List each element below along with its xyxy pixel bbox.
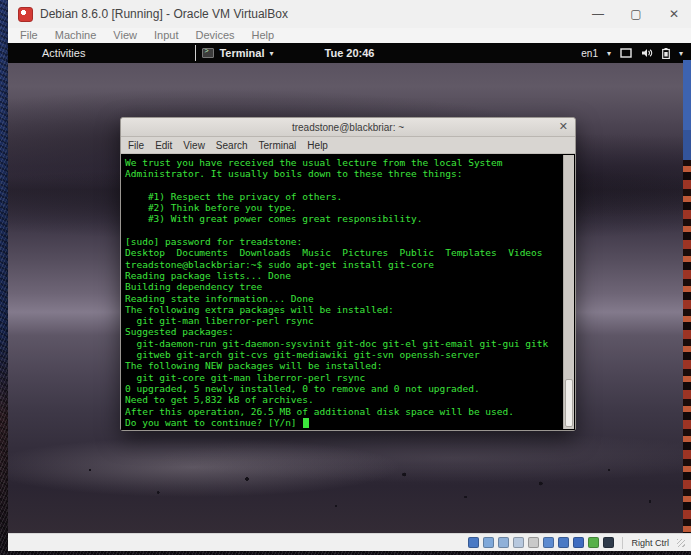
terminal-line-19: git git-core git-man liberror-perl rsync xyxy=(125,372,560,383)
terminal-line-16: git-daemon-run git-daemon-sysvinit git-d… xyxy=(125,338,560,349)
terminal-output: We trust you have received the usual lec… xyxy=(125,157,560,428)
resize-grip[interactable] xyxy=(677,539,685,547)
terminal-line-15: Suggested packages: xyxy=(125,326,560,337)
close-button[interactable]: ✕ xyxy=(667,7,681,21)
vbox-menu-0[interactable]: File xyxy=(20,28,38,43)
terminal-line-23: Do you want to continue? [Y/n] xyxy=(125,417,560,428)
terminal-line-22: After this operation, 26.5 MB of additio… xyxy=(125,406,560,417)
vbox-status-icons[interactable] xyxy=(468,537,614,548)
terminal-title: treadstone@blackbriar: ~ xyxy=(292,122,404,133)
vbox-statusbar: Right Ctrl xyxy=(8,533,691,551)
terminal-scrollbar[interactable] xyxy=(563,155,574,429)
display-icon[interactable] xyxy=(558,537,569,548)
terminal-line-3: #1) Respect the privacy of others. xyxy=(125,191,560,202)
virtualbox-logo-icon xyxy=(18,7,33,22)
system-status-area[interactable]: en1 ▾ ▾ xyxy=(581,43,683,63)
terminal-line-14: git git-man liberror-perl rsync xyxy=(125,315,560,326)
terminal-line-9: treadstone@blackbriar:~$ sudo apt-get in… xyxy=(125,259,560,270)
statusbar-divider xyxy=(622,537,623,549)
virtualbox-window: Debian 8.6.0 [Running] - Oracle VM Virtu… xyxy=(8,0,691,551)
terminal-menu-2[interactable]: View xyxy=(183,140,205,151)
audio-icon[interactable] xyxy=(498,537,509,548)
vbox-menubar: FileMachineViewInputDevicesHelp xyxy=(8,28,691,43)
host-key-indicator: Right Ctrl xyxy=(631,538,669,548)
terminal-line-6 xyxy=(125,225,560,236)
terminal-menubar: FileEditViewSearchTerminalHelp xyxy=(121,137,575,154)
vbox-window-controls: — ▢ ✕ xyxy=(591,7,681,21)
terminal-titlebar[interactable]: treadstone@blackbriar: ~ ✕ xyxy=(121,118,575,137)
keyboard-layout-caret-icon: ▾ xyxy=(607,49,611,58)
host-desktop-right-strip xyxy=(683,60,691,533)
volume-icon xyxy=(641,48,653,58)
vbox-menu-5[interactable]: Help xyxy=(252,28,275,43)
app-menu-label: Terminal xyxy=(219,47,264,59)
terminal-line-13: The following extra packages will be ins… xyxy=(125,304,560,315)
terminal-line-17: gitweb git-arch git-cvs git-mediawiki gi… xyxy=(125,349,560,360)
mouse-integration-icon[interactable] xyxy=(603,537,614,548)
gnome-top-bar: Activities Terminal ▾ Tue 20:46 en1 ▾ xyxy=(8,43,691,63)
system-menu-caret-icon: ▾ xyxy=(679,49,683,58)
hdd-icon[interactable] xyxy=(468,537,479,548)
battery-icon xyxy=(662,48,670,59)
vbox-titlebar[interactable]: Debian 8.6.0 [Running] - Oracle VM Virtu… xyxy=(8,0,691,28)
terminal-line-5: #3) With great power comes great respons… xyxy=(125,213,560,224)
network-icon[interactable] xyxy=(513,537,524,548)
vbox-window-title: Debian 8.6.0 [Running] - Oracle VM Virtu… xyxy=(40,7,288,21)
terminal-line-2 xyxy=(125,180,560,191)
terminal-window: treadstone@blackbriar: ~ ✕ FileEditViewS… xyxy=(120,117,576,431)
recording-icon[interactable] xyxy=(573,537,584,548)
usb-icon[interactable] xyxy=(528,537,539,548)
terminal-line-7: [sudo] password for treadstone: xyxy=(125,236,560,247)
optical-drive-icon[interactable] xyxy=(483,537,494,548)
terminal-menu-3[interactable]: Search xyxy=(216,140,248,151)
terminal-line-20: 0 upgraded, 5 newly installed, 0 to remo… xyxy=(125,383,560,394)
terminal-line-0: We trust you have received the usual lec… xyxy=(125,157,560,168)
keyboard-layout-indicator[interactable]: en1 xyxy=(581,48,598,59)
terminal-menu-0[interactable]: File xyxy=(128,140,144,151)
maximize-button[interactable]: ▢ xyxy=(629,7,643,21)
app-menu-terminal[interactable]: Terminal ▾ xyxy=(195,45,273,61)
display-icon xyxy=(620,48,632,58)
wallpaper-beach-texture xyxy=(8,443,691,533)
terminal-line-11: Building dependency tree xyxy=(125,281,560,292)
terminal-close-icon[interactable]: ✕ xyxy=(559,120,568,133)
shared-folders-icon[interactable] xyxy=(543,537,554,548)
terminal-app-icon xyxy=(202,48,214,58)
terminal-line-18: The following NEW packages will be insta… xyxy=(125,360,560,371)
terminal-line-10: Reading package lists... Done xyxy=(125,270,560,281)
terminal-line-4: #2) Think before you type. xyxy=(125,202,560,213)
terminal-body[interactable]: We trust you have received the usual lec… xyxy=(121,154,575,430)
terminal-scrollbar-thumb[interactable] xyxy=(565,379,573,427)
terminal-menu-1[interactable]: Edit xyxy=(155,140,172,151)
guest-screen: Activities Terminal ▾ Tue 20:46 en1 ▾ xyxy=(8,43,691,533)
clock[interactable]: Tue 20:46 xyxy=(325,47,375,59)
terminal-cursor xyxy=(303,418,309,428)
terminal-line-1: Administrator. It usually boils down to … xyxy=(125,168,560,179)
minimize-button[interactable]: — xyxy=(591,7,605,21)
chevron-down-icon: ▾ xyxy=(269,49,273,58)
vbox-menu-4[interactable]: Devices xyxy=(195,28,234,43)
terminal-line-21: Need to get 5,832 kB of archives. xyxy=(125,394,560,405)
vbox-menu-3[interactable]: Input xyxy=(154,28,178,43)
terminal-menu-5[interactable]: Help xyxy=(307,140,328,151)
vbox-menu-2[interactable]: View xyxy=(113,28,137,43)
terminal-line-12: Reading state information... Done xyxy=(125,293,560,304)
features-icon[interactable] xyxy=(588,537,599,548)
terminal-line-8: Desktop Documents Downloads Music Pictur… xyxy=(125,247,560,258)
terminal-menu-4[interactable]: Terminal xyxy=(259,140,297,151)
vbox-menu-1[interactable]: Machine xyxy=(55,28,97,43)
desktop-wallpaper: treadstone@blackbriar: ~ ✕ FileEditViewS… xyxy=(8,63,691,533)
host-desktop: Debian 8.6.0 [Running] - Oracle VM Virtu… xyxy=(0,0,691,555)
activities-button[interactable]: Activities xyxy=(42,47,85,59)
